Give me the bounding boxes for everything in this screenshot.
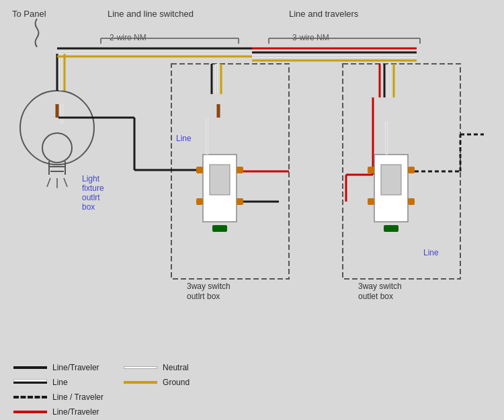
sw2-line-label: Line xyxy=(423,248,439,257)
legend-label-2: Line xyxy=(52,378,68,387)
sw1-screw-top-left xyxy=(196,167,203,173)
sw1-screw-bot-left xyxy=(196,198,203,205)
sw1-screw-bot-right xyxy=(237,198,243,205)
legend-label-ground: Ground xyxy=(163,378,190,387)
legend-col-right: Neutral Ground xyxy=(124,363,190,387)
light-fixture-label3: outlrt xyxy=(82,193,100,202)
legend-area: Line/Traveler Line Line / Traveler Line/… xyxy=(0,356,504,420)
legend-line-red xyxy=(13,411,47,413)
wire-2nm-label: 2-wire NM xyxy=(110,33,146,42)
switch2-box-label2: outlet box xyxy=(358,292,393,301)
switch1-paddle xyxy=(210,165,230,195)
sw2-screw-top-left xyxy=(368,167,374,173)
sw1-ground-screw xyxy=(212,225,227,232)
legend-item-line-traveler-red: Line/Traveler xyxy=(13,407,103,417)
legend-line-white xyxy=(124,366,157,369)
switch1-box-label2: outlrt box xyxy=(187,292,220,301)
legend-col-left: Line/Traveler Line Line / Traveler Line/… xyxy=(13,363,103,417)
light-fixture-label: Light xyxy=(82,174,100,183)
legend-line-dashed xyxy=(13,396,47,398)
legend-label-4: Line/Traveler xyxy=(52,407,99,417)
wire-3nm-label: 3-wire NM xyxy=(292,33,329,42)
switch2-box-label1: 3way switch xyxy=(358,282,402,291)
sw2-screw-bot-right xyxy=(408,198,415,205)
to-panel-label: To Panel xyxy=(12,9,46,19)
legend-item-neutral: Neutral xyxy=(124,363,190,372)
legend-label-neutral: Neutral xyxy=(163,363,189,372)
legend-line-gold xyxy=(124,381,157,384)
sw1-screw-top-right xyxy=(237,167,243,173)
light-fixture-label2: fixture xyxy=(82,183,104,193)
legend-item-line-traveler-dashed: Line / Traveler xyxy=(13,392,103,402)
legend-label-3: Line / Traveler xyxy=(52,392,103,402)
legend-line-solid-black xyxy=(13,366,47,369)
sw2-screw-bot-left xyxy=(368,198,374,205)
legend-line-black-thin xyxy=(13,381,47,384)
sw2-ground-screw xyxy=(384,225,398,232)
legend-item-ground: Ground xyxy=(124,378,190,387)
line-switched-label: Line and line switched xyxy=(108,9,194,19)
legend-item-line-traveler-black: Line/Traveler xyxy=(13,363,103,372)
legend-item-line-black: Line xyxy=(13,378,103,387)
sw1-line-label: Line xyxy=(176,134,192,143)
line-travelers-label: Line and travelers xyxy=(289,9,359,19)
sw2-screw-top-right xyxy=(408,167,415,173)
light-fixture-label4: box xyxy=(82,202,95,212)
legend-label-1: Line/Traveler xyxy=(52,363,99,372)
switch2-paddle xyxy=(381,165,401,195)
switch1-box-label1: 3way switch xyxy=(187,282,230,291)
